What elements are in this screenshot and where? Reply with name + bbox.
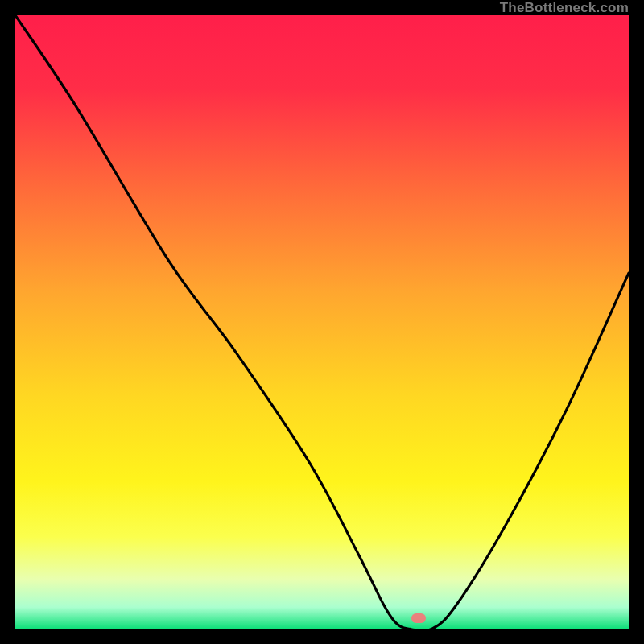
- optimal-marker: [411, 613, 426, 623]
- plot-area: [15, 15, 629, 629]
- bottleneck-curve: [15, 15, 629, 629]
- watermark-text: TheBottleneck.com: [500, 0, 629, 16]
- chart-stage: TheBottleneck.com: [0, 0, 644, 644]
